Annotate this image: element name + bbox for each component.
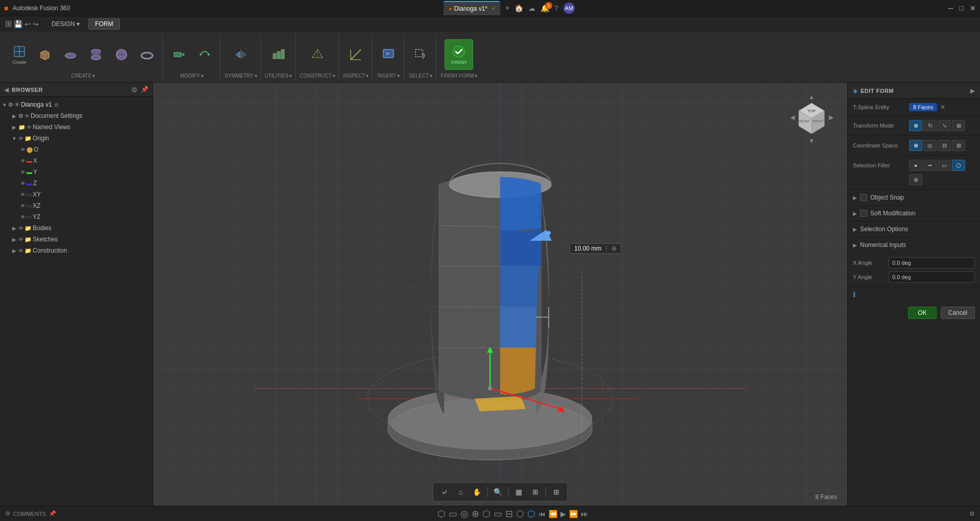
select-label[interactable]: SELECT ▾ (409, 73, 432, 80)
ok-button[interactable]: OK (908, 307, 936, 319)
step-back-btn[interactable]: ⏪ (549, 510, 557, 518)
tree-eye-o[interactable]: 👁 (20, 147, 26, 153)
filter-face-btn[interactable]: ▭ (938, 160, 951, 171)
object-snap-checkbox[interactable] (860, 194, 867, 201)
tree-eye-doc[interactable]: 👁 (24, 113, 30, 119)
tree-item-z[interactable]: 👁 ▬ Z (0, 178, 153, 189)
symmetry-btn[interactable] (229, 39, 253, 70)
soft-modification-header[interactable]: ▶ Soft Modification (848, 206, 980, 221)
tree-item-bodies[interactable]: ▶ 👁 📁 Bodies (0, 222, 153, 234)
tree-eye-sketches[interactable]: 👁 (18, 237, 23, 242)
step-forward-btn[interactable]: ⏩ (569, 510, 578, 518)
end-btn[interactable]: ⏭ (581, 510, 588, 518)
app-grid-icon[interactable]: ⊞ (5, 19, 12, 29)
select-btn[interactable] (408, 39, 433, 70)
insert-label[interactable]: INSERT ▾ (378, 73, 400, 80)
tree-eye-x[interactable]: 👁 (20, 158, 26, 164)
rewind-btn[interactable]: ⏮ (538, 510, 546, 518)
tree-eye-origin[interactable]: 👁 (18, 136, 23, 141)
coord-parent-btn[interactable]: ⊞ (952, 140, 965, 151)
bell-icon[interactable]: 🔔 1 (541, 4, 549, 12)
save-icon[interactable]: 💾 (14, 20, 22, 28)
filter-vertex-btn[interactable]: ● (909, 160, 922, 171)
tree-item-sketches[interactable]: ▶ 👁 📁 Sketches (0, 234, 153, 245)
coord-view-btn[interactable]: ⊟ (938, 140, 951, 151)
tree-eye-y[interactable]: 👁 (20, 169, 26, 175)
transform-scale-btn[interactable]: ⤡ (938, 120, 951, 131)
tab-add-btn[interactable]: + (501, 2, 513, 14)
create-label[interactable]: CREATE ▾ (71, 73, 95, 80)
tree-eye-construction[interactable]: 👁 (18, 248, 23, 254)
form-mode-btn[interactable]: FORM (88, 18, 119, 30)
filter-body-btn[interactable]: ⬡ (952, 160, 965, 171)
pan-home-btn[interactable]: ⌂ (454, 485, 468, 499)
torus-btn[interactable] (135, 39, 159, 70)
design-mode-btn[interactable]: DESIGN ▾ (45, 18, 86, 30)
y-angle-input[interactable] (889, 271, 975, 283)
coord-local-btn[interactable]: ◎ (923, 140, 937, 151)
tree-item-y[interactable]: 👁 ▬ Y (0, 166, 153, 178)
root-options-icon[interactable]: ⚙ (54, 102, 59, 108)
selection-options-header[interactable]: ▶ Selection Options (848, 221, 980, 237)
transform-move-btn[interactable]: ⊕ (909, 120, 922, 131)
tab-close-btn[interactable]: × (492, 5, 495, 12)
nav-cube[interactable]: TOP RIGHT FRONT ▲ ▶ ▼ ◀ (786, 93, 837, 144)
tree-item-o[interactable]: 👁 ⬤ O (0, 144, 153, 155)
help-icon[interactable]: ? (554, 4, 558, 12)
inspect-btn[interactable] (344, 39, 368, 70)
root-visibility-eye[interactable]: 👁 (14, 102, 20, 108)
tree-item-x[interactable]: 👁 ▬ X (0, 155, 153, 166)
comments-pin-icon[interactable]: 📌 (49, 510, 56, 517)
comments-collapse-icon[interactable]: ⚙ (5, 510, 10, 517)
play-btn[interactable]: ▶ (560, 510, 566, 518)
tree-eye-xy[interactable]: 👁 (20, 192, 26, 197)
soft-modification-checkbox[interactable] (860, 210, 867, 217)
tree-item-construction[interactable]: ▶ 👁 📁 Construction (0, 245, 153, 256)
tree-item-yz[interactable]: 👁 ▭ YZ (0, 211, 153, 222)
measurement-snap-icon[interactable]: ⊕ (611, 245, 617, 252)
active-tab[interactable]: ● Dianoga v1* × (444, 1, 500, 15)
sphere-btn[interactable] (109, 39, 134, 70)
browser-settings-icon[interactable]: ⚙ (131, 86, 138, 94)
home-icon[interactable]: 🏠 (514, 4, 523, 12)
box-btn[interactable] (33, 39, 57, 70)
grid-btn[interactable]: ⊞ (528, 485, 543, 499)
transform-rotate-btn[interactable]: ↻ (923, 120, 937, 131)
construct-btn[interactable] (305, 39, 330, 70)
settings-icon[interactable]: ⚙ (969, 510, 975, 517)
tree-eye-z[interactable]: 👁 (20, 181, 26, 186)
tree-root[interactable]: ▼ ⚙ 👁 Dianoga v1 ⚙ (0, 99, 153, 110)
cylinder-btn[interactable] (84, 39, 108, 70)
utilities-label[interactable]: UTILITIES ▾ (265, 73, 292, 80)
symmetry-label[interactable]: SYMMETRY ▾ (225, 73, 257, 80)
x-angle-input[interactable] (889, 257, 975, 268)
tree-eye-bodies[interactable]: 👁 (18, 226, 23, 231)
display-mode-btn[interactable]: ▦ (512, 485, 526, 499)
orbit-btn[interactable]: ⤾ (437, 485, 452, 499)
pan-btn[interactable]: ✋ (470, 485, 484, 499)
user-avatar[interactable]: AM (564, 3, 575, 14)
tree-item-named-views[interactable]: ▶ 📁 👁 Named Views (0, 121, 153, 133)
construct-label[interactable]: CONSTRUCT ▾ (300, 73, 335, 80)
cancel-button[interactable]: Cancel (941, 307, 975, 319)
finish-form-label[interactable]: FINISH FORM ▾ (440, 73, 477, 80)
undo-icon[interactable]: ↩ (24, 20, 31, 28)
viewport[interactable]: 10.00 mm ⋮ ⊕ TOP RIGHT FRONT ▲ ▶ ▼ ◀ (153, 83, 847, 506)
tree-eye-xz[interactable]: 👁 (20, 203, 26, 209)
maximize-btn[interactable]: □ (960, 4, 964, 12)
cloud-icon[interactable]: ☁ (528, 4, 535, 12)
redo-icon[interactable]: ↪ (33, 20, 39, 28)
tree-eye-yz[interactable]: 👁 (20, 214, 26, 220)
filter-extra-btn[interactable]: ⊕ (909, 174, 922, 185)
object-snap-header[interactable]: ▶ Object Snap (848, 190, 980, 205)
browser-pin-icon[interactable]: 📌 (141, 86, 149, 94)
inspect-label[interactable]: INSPECT ▾ (343, 73, 369, 80)
browser-collapse-icon[interactable]: ◀ (4, 86, 9, 93)
env-btn[interactable]: ⊞ (549, 485, 564, 499)
minimize-btn[interactable]: ─ (948, 4, 953, 12)
utilities-btn[interactable] (266, 39, 290, 70)
zoom-btn[interactable]: 🔍 (491, 485, 505, 499)
tree-item-doc-settings[interactable]: ▶ ⚙ 👁 Document Settings (0, 110, 153, 121)
insert-btn[interactable] (376, 39, 401, 70)
tree-item-xz[interactable]: 👁 ▭ XZ (0, 200, 153, 211)
